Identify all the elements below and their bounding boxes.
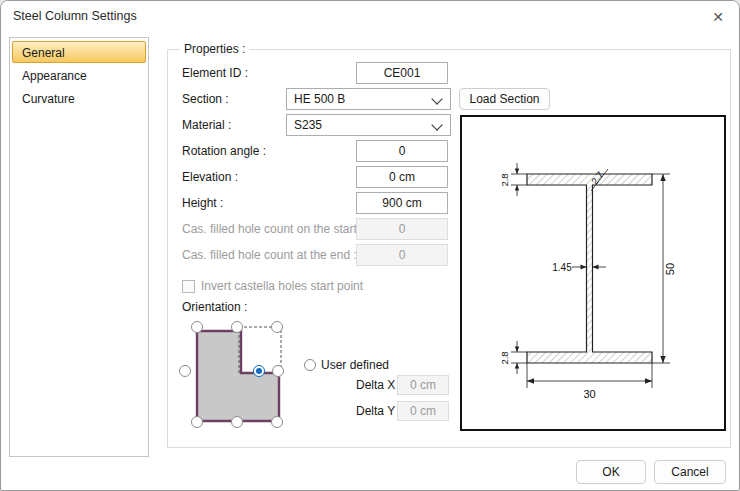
- element-id-label: Element ID :: [182, 62, 248, 84]
- sidebar-item-general[interactable]: General: [12, 41, 146, 63]
- close-button[interactable]: ✕: [707, 6, 729, 28]
- titlebar: Steel Column Settings ✕: [1, 1, 739, 31]
- load-section-button[interactable]: Load Section: [459, 88, 550, 110]
- section-label: Section :: [182, 88, 229, 110]
- orientation-anchor-radio-top-right[interactable]: [271, 321, 283, 333]
- delta-y-input: [397, 401, 449, 421]
- delta-x-label: Delta X :: [356, 375, 402, 395]
- chevron-down-icon: [431, 119, 442, 130]
- dim-top-flange-label: 2.8: [499, 173, 510, 186]
- section-select-value: HE 500 B: [294, 92, 345, 106]
- sidebar-item-appearance[interactable]: Appearance: [12, 64, 146, 86]
- section-preview: 50 30 2.8 2.8 2.7 1.45: [460, 115, 726, 431]
- i-beam-cross-section: [527, 174, 652, 363]
- section-preview-drawing: 50 30 2.8 2.8 2.7 1.45: [462, 117, 724, 429]
- height-input[interactable]: [356, 192, 448, 214]
- elevation-input[interactable]: [356, 166, 448, 188]
- column-l-shape: [197, 331, 279, 421]
- cas-hole-end-label: Cas. filled hole count at the end :: [182, 244, 357, 266]
- orientation-anchor-radio-bottom-left[interactable]: [191, 416, 203, 428]
- delta-y-label: Delta Y :: [356, 401, 402, 421]
- rotation-angle-input[interactable]: [356, 140, 448, 162]
- sidebar: General Appearance Curvature: [9, 37, 149, 457]
- height-label: Height :: [182, 192, 223, 214]
- orientation-anchor-radio-mid-right[interactable]: [272, 365, 284, 377]
- orientation-anchor-radio-inner-corner[interactable]: [253, 365, 265, 377]
- invert-castella-label: Invert castella holes start point: [201, 276, 363, 296]
- delta-x-input: [397, 375, 449, 395]
- material-select-value: S235: [294, 118, 322, 132]
- dim-section-width-label: 30: [583, 388, 595, 400]
- user-defined-radio[interactable]: [304, 359, 316, 371]
- orientation-anchor-radio-mid-left[interactable]: [179, 365, 191, 377]
- dim-section-height-label: 50: [664, 263, 676, 275]
- cas-hole-start-label: Cas. filled hole count on the start :: [182, 218, 363, 240]
- sidebar-item-curvature[interactable]: Curvature: [12, 87, 146, 109]
- dim-bottom-flange-label: 2.8: [499, 351, 510, 364]
- material-label: Material :: [182, 114, 231, 136]
- invert-castella-checkbox: [182, 280, 195, 293]
- close-icon: ✕: [712, 9, 724, 25]
- cas-hole-start-input: [356, 218, 448, 240]
- orientation-anchor-radio-bottom-right[interactable]: [271, 416, 283, 428]
- elevation-label: Elevation :: [182, 166, 238, 188]
- user-defined-label: User defined: [321, 354, 389, 376]
- orientation-label: Orientation :: [182, 298, 247, 316]
- orientation-anchor-radio-top-mid[interactable]: [231, 321, 243, 333]
- material-select[interactable]: S235: [286, 114, 451, 136]
- dialog-title: Steel Column Settings: [13, 9, 137, 23]
- steel-column-settings-dialog: Steel Column Settings ✕ General Appearan…: [0, 0, 740, 491]
- section-select[interactable]: HE 500 B: [286, 88, 451, 110]
- element-id-input[interactable]: [356, 62, 448, 84]
- rotation-angle-label: Rotation angle :: [182, 140, 266, 162]
- ok-button[interactable]: OK: [576, 460, 646, 484]
- orientation-anchor-radio-top-left[interactable]: [191, 321, 203, 333]
- cancel-button[interactable]: Cancel: [654, 460, 726, 484]
- dim-web-thickness-label: 1.45: [552, 262, 572, 273]
- chevron-down-icon: [431, 93, 442, 104]
- cas-hole-end-input: [356, 244, 448, 266]
- orientation-anchor-radio-bottom-mid[interactable]: [231, 416, 243, 428]
- properties-group-label: Properties :: [180, 42, 249, 56]
